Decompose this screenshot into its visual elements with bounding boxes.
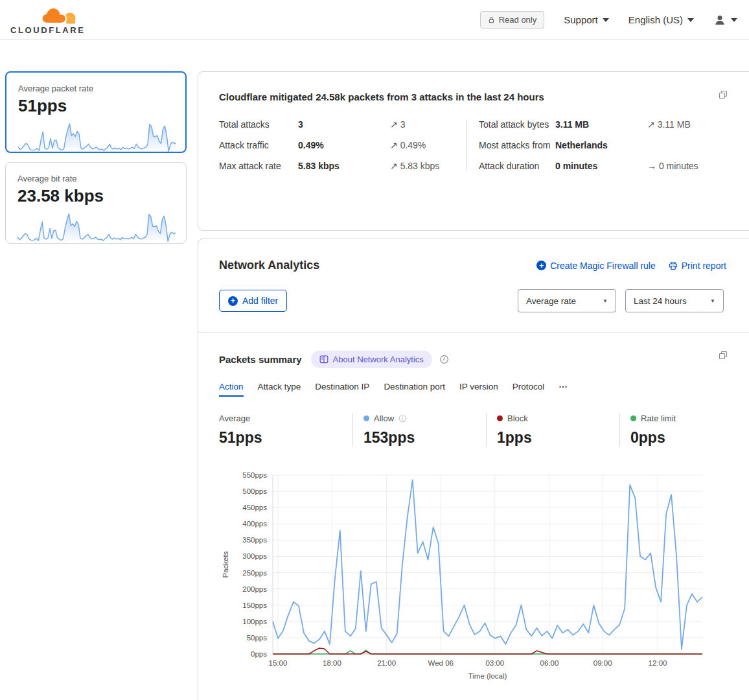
chevron-down-icon — [603, 18, 609, 22]
attack-summary-card: Cloudflare mitigated 24.58k packets from… — [198, 71, 749, 231]
trend-up-icon: ↗ — [390, 119, 398, 130]
svg-text:250pps: 250pps — [242, 569, 267, 577]
chevron-down-icon — [687, 18, 694, 22]
packets-summary-title: Packets summary — [219, 354, 302, 365]
block-series-dot — [497, 415, 503, 421]
tab-destination-port[interactable]: Destination port — [384, 382, 445, 397]
stat-value: 5.83 kbps — [298, 161, 390, 171]
stat-delta: → 0 minutes — [647, 161, 733, 171]
series-stats-row: Average 51pps Allow 153pps — [219, 414, 733, 447]
dimension-tabs: Action Attack type Destination IP Destin… — [219, 381, 733, 397]
expand-icon[interactable] — [719, 90, 728, 102]
stat-allow: Allow 153pps — [352, 414, 486, 447]
metric-select[interactable]: Average rate ▼ — [518, 289, 616, 312]
logo-wordmark: CLOUDFLARE — [10, 26, 86, 34]
tab-action[interactable]: Action — [219, 382, 244, 397]
stat-delta: ↗ 0.49% — [390, 140, 467, 150]
network-analytics-header-section: Network Analytics + Create Magic Firewal… — [198, 239, 749, 332]
svg-text:12:00: 12:00 — [649, 659, 667, 667]
stat-value: 3 — [298, 119, 390, 130]
chevron-down-icon: ▼ — [603, 298, 608, 304]
stat-value: Netherlands — [555, 140, 647, 150]
cloudflare-logo[interactable]: CLOUDFLARE — [10, 6, 86, 34]
svg-text:18:00: 18:00 — [323, 659, 341, 667]
network-analytics-card: Network Analytics + Create Magic Firewal… — [198, 239, 749, 700]
metric-value: 51pps — [18, 96, 175, 116]
cloudflare-cloud-icon — [40, 6, 78, 25]
svg-text:50pps: 50pps — [247, 634, 268, 642]
svg-text:06:00: 06:00 — [540, 659, 559, 667]
user-icon — [713, 14, 726, 27]
plus-icon: + — [228, 296, 238, 306]
svg-text:100pps: 100pps — [242, 618, 267, 625]
chevron-down-icon: ▼ — [710, 298, 715, 304]
avg-bit-rate-card[interactable]: Average bit rate 23.58 kbps — [5, 162, 187, 244]
clock-icon[interactable] — [439, 355, 449, 364]
svg-text:0pps: 0pps — [251, 650, 267, 658]
read-only-badge: Read only — [480, 11, 545, 29]
svg-text:03:00: 03:00 — [485, 659, 504, 667]
stat-delta — [647, 140, 733, 150]
read-only-label: Read only — [499, 15, 537, 25]
svg-text:Packets: Packets — [222, 551, 229, 578]
svg-text:550pps: 550pps — [242, 471, 267, 479]
tab-destination-ip[interactable]: Destination IP — [315, 382, 369, 397]
svg-text:21:00: 21:00 — [377, 659, 396, 667]
tab-ip-version[interactable]: IP version — [459, 382, 498, 397]
arrow-right-icon: → — [647, 161, 656, 171]
svg-text:Wed 06: Wed 06 — [428, 659, 454, 667]
lock-icon — [488, 16, 495, 24]
svg-text:Time (local): Time (local) — [468, 672, 507, 680]
about-network-analytics-badge[interactable]: About Network Analytics — [311, 351, 432, 368]
stat-value: 0 minutes — [555, 161, 647, 171]
packets-summary-section: Packets summary About Network Analytics — [198, 332, 749, 688]
avg-packet-rate-card[interactable]: Average packet rate 51pps — [5, 71, 187, 153]
svg-text:15:00: 15:00 — [269, 659, 288, 667]
metric-value: 23.58 kbps — [17, 186, 176, 206]
svg-text:350pps: 350pps — [242, 536, 267, 544]
printer-icon — [669, 261, 678, 270]
top-header: CLOUDFLARE Read only Support English (US… — [0, 0, 749, 40]
language-menu[interactable]: English (US) — [628, 14, 694, 25]
tab-protocol[interactable]: Protocol — [513, 382, 545, 397]
trend-up-icon: ↗ — [390, 140, 398, 150]
metric-label: Average bit rate — [17, 174, 176, 183]
stat-label: Most attacks from — [479, 140, 555, 150]
stat-rate-limit: Rate limit 0pps — [619, 414, 749, 447]
summary-right-column: Total attack bytes 3.11 MB ↗ 3.11 MB Mos… — [467, 119, 733, 171]
svg-text:09:00: 09:00 — [593, 659, 612, 667]
plus-icon: + — [536, 261, 546, 270]
svg-text:200pps: 200pps — [242, 585, 267, 593]
tab-attack-type[interactable]: Attack type — [258, 382, 301, 397]
time-range-select[interactable]: Last 24 hours ▼ — [625, 289, 724, 312]
stat-label: Attack traffic — [219, 140, 298, 150]
rate-limit-series-dot — [630, 415, 636, 421]
create-magic-firewall-rule-link[interactable]: + Create Magic Firewall rule — [536, 261, 656, 271]
chevron-down-icon — [731, 18, 737, 22]
svg-text:450pps: 450pps — [242, 504, 267, 511]
stat-delta: ↗ 3.11 MB — [647, 119, 733, 130]
svg-text:400pps: 400pps — [242, 520, 267, 528]
trend-up-icon: ↗ — [390, 161, 398, 171]
page-title: Network Analytics — [219, 259, 319, 272]
allow-series-dot — [363, 415, 369, 421]
svg-text:300pps: 300pps — [242, 552, 267, 560]
stat-average: Average 51pps — [219, 414, 352, 447]
stat-delta: ↗ 5.83 kbps — [390, 161, 467, 171]
expand-icon[interactable] — [719, 351, 728, 362]
metric-label: Average packet rate — [18, 84, 175, 93]
packets-time-series-chart: 0pps50pps100pps150pps200pps250pps300pps3… — [219, 470, 733, 688]
print-report-link[interactable]: Print report — [669, 261, 726, 271]
stat-label: Attack duration — [479, 161, 555, 171]
info-icon[interactable] — [398, 414, 407, 423]
packet-rate-sparkline — [18, 120, 176, 155]
support-menu[interactable]: Support — [564, 14, 609, 25]
stat-label: Total attacks — [219, 119, 298, 130]
stat-block: Block 1pps — [486, 414, 619, 447]
add-filter-button[interactable]: + Add filter — [219, 290, 287, 312]
stat-value: 3.11 MB — [555, 119, 647, 130]
more-tabs-button[interactable]: ⋯ — [559, 381, 569, 397]
account-menu[interactable] — [713, 14, 737, 27]
summary-title: Cloudflare mitigated 24.58k packets from… — [219, 91, 733, 102]
language-label: English (US) — [628, 14, 683, 25]
